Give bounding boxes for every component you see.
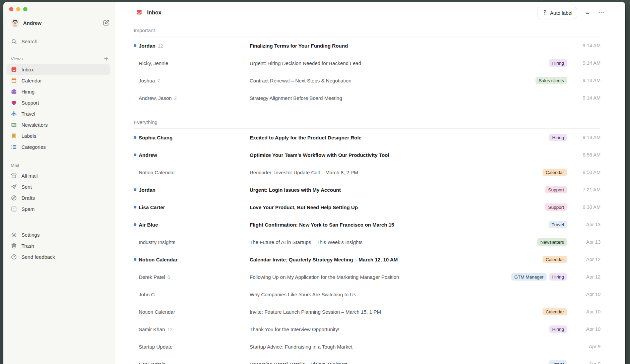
email-row[interactable]: Notion CalendarInvite: Feature Launch Pl…	[115, 303, 625, 320]
sidebar-item-hiring[interactable]: Hiring	[7, 86, 110, 97]
avatar[interactable]	[11, 18, 19, 27]
unread-dot	[134, 188, 139, 191]
sidebar-item-calendar[interactable]: Calendar	[7, 75, 110, 86]
email-row[interactable]: Andrew, Jason2Strategy Alignment Before …	[115, 89, 625, 107]
email-tags: Support	[545, 203, 567, 211]
thread-count: 2	[174, 96, 177, 101]
add-view-icon[interactable]	[103, 56, 109, 62]
sidebar-item-sent[interactable]: Sent	[7, 181, 110, 192]
email-time: Apr 10	[567, 326, 601, 332]
email-sender: Notion Calendar	[139, 170, 250, 175]
unread-dot	[134, 206, 139, 208]
email-row[interactable]: Car RentalsUpcoming Rental Details – Pic…	[115, 355, 625, 364]
sidebar-item-send-feedback[interactable]: Send feedback	[7, 251, 110, 262]
sidebar-item-trash[interactable]: Trash	[7, 240, 110, 251]
auto-label-button[interactable]: Auto label	[537, 7, 577, 19]
sidebar-item-travel[interactable]: Travel	[7, 108, 110, 119]
sidebar-item-categories[interactable]: Categories	[7, 141, 110, 153]
calendar-icon	[11, 77, 17, 84]
tag-gtm[interactable]: GTM Manager	[511, 273, 547, 281]
section-title: Everything	[134, 117, 601, 129]
tag-travel[interactable]: Travel	[549, 360, 567, 364]
email-row[interactable]: John CWhy Companies Like Yours Are Switc…	[115, 286, 625, 303]
email-tags: Newsletters	[537, 238, 567, 246]
sidebar-item-inbox[interactable]: Inbox	[7, 64, 110, 75]
sidebar-item-settings[interactable]: Settings	[7, 229, 110, 240]
email-row[interactable]: Samir Khan12Thank You for the Interview …	[115, 320, 625, 338]
tag-hiring[interactable]: Hiring	[549, 134, 567, 141]
email-sender: Andrew, Jason2	[139, 95, 250, 101]
display-options-icon[interactable]	[584, 9, 591, 16]
more-options-icon[interactable]	[598, 9, 605, 16]
email-row[interactable]: JordanUrgent: Login Issues with My Accou…	[115, 181, 625, 198]
search-button[interactable]: Search	[3, 36, 115, 47]
zoom-window-button[interactable]	[23, 7, 27, 11]
sidebar: Andrew Search Views InboxCalendarHiri	[3, 2, 115, 364]
email-row[interactable]: Notion CalendarReminder: Investor Update…	[115, 164, 625, 181]
sidebar-item-label: Send feedback	[21, 254, 55, 260]
sidebar-item-label: Inbox	[21, 67, 34, 72]
email-sender: Car Rentals	[139, 361, 250, 364]
sidebar-item-label: Sent	[21, 184, 32, 190]
tag-calendar[interactable]: Calendar	[543, 308, 567, 315]
email-sender: Ricky, Jennie	[139, 60, 250, 66]
email-row[interactable]: Lisa CarterLove Your Product, But Need H…	[115, 198, 625, 216]
tag-support[interactable]: Support	[545, 186, 567, 193]
email-row[interactable]: Ricky, JennieUrgent: Hiring Decision Nee…	[115, 54, 625, 72]
email-sender: Sophia Chang	[139, 135, 250, 140]
email-row[interactable]: Sophia ChangExcited to Apply for the Pro…	[115, 129, 625, 146]
compose-icon[interactable]	[103, 19, 109, 26]
email-tags: Hiring	[549, 325, 567, 333]
main-header: Inbox Auto label	[115, 2, 625, 19]
sidebar-item-all-mail[interactable]: All mail	[7, 170, 110, 181]
email-subject: Following Up on My Application for the M…	[250, 274, 507, 280]
thread-count: 7	[157, 78, 160, 83]
email-time: Apr 10	[567, 292, 601, 297]
email-subject: Reminder: Investor Update Call – March 8…	[250, 170, 539, 175]
tag-calendar[interactable]: Calendar	[543, 256, 567, 263]
window-controls	[3, 2, 115, 11]
thread-count: 12	[158, 43, 163, 49]
sent-icon	[11, 184, 17, 190]
mail-list: All mailSentDraftsSpam	[3, 170, 115, 215]
question-icon	[11, 254, 17, 260]
tag-travel[interactable]: Travel	[549, 221, 567, 228]
sidebar-item-spam[interactable]: Spam	[7, 203, 110, 215]
unread-dot	[134, 136, 139, 139]
tag-newsletters[interactable]: Newsletters	[537, 238, 567, 246]
thread-count: 6	[167, 275, 170, 280]
sidebar-item-newsletters[interactable]: Newsletters	[7, 119, 110, 130]
email-row[interactable]: Jordan12Finalizing Terms for Your Fundin…	[115, 37, 625, 54]
email-row[interactable]: Joshua7Contract Renewal – Next Steps & N…	[115, 72, 625, 89]
tag-hiring[interactable]: Hiring	[549, 59, 567, 67]
sidebar-item-support[interactable]: Support	[7, 97, 110, 108]
sidebar-item-labels[interactable]: Labels	[7, 130, 110, 141]
tag-calendar[interactable]: Calendar	[543, 169, 567, 176]
sidebar-item-label: Settings	[21, 232, 40, 238]
email-sender: Jordan12	[139, 43, 250, 49]
section-title: Important	[134, 25, 601, 37]
minimize-window-button[interactable]	[16, 7, 20, 11]
briefcase-icon	[11, 88, 17, 95]
tag-hiring[interactable]: Hiring	[549, 325, 567, 333]
email-sender: John C	[139, 292, 250, 297]
email-subject: Invite: Feature Launch Planning Session …	[250, 309, 539, 315]
email-time: Apr 9	[567, 361, 601, 364]
email-tags: Travel	[549, 360, 567, 364]
email-tags: Travel	[549, 221, 567, 228]
sidebar-item-drafts[interactable]: Drafts	[7, 192, 110, 203]
email-row[interactable]: Air BlueFlight Confirmation: New York to…	[115, 216, 625, 233]
email-row[interactable]: Industry InsightsThe Future of AI in Sta…	[115, 233, 625, 251]
search-icon	[11, 38, 17, 45]
close-window-button[interactable]	[9, 7, 13, 11]
email-time: Apr 12	[567, 257, 601, 262]
email-row[interactable]: Startup UpdateStartup Advice: Fundraisin…	[115, 338, 625, 355]
email-subject: Thank You for the Interview Opportunity!	[250, 326, 545, 332]
tag-support[interactable]: Support	[545, 203, 567, 211]
tag-hiring[interactable]: Hiring	[549, 273, 567, 281]
email-row[interactable]: Derek Patel6Following Up on My Applicati…	[115, 268, 625, 286]
email-row[interactable]: Notion CalendarCalendar Invite: Quarterl…	[115, 251, 625, 268]
sidebar-item-label: Newsletters	[21, 122, 48, 128]
tag-sales[interactable]: Sales clients	[536, 77, 567, 84]
email-row[interactable]: AndrewOptimize Your Team’s Workflow with…	[115, 146, 625, 164]
